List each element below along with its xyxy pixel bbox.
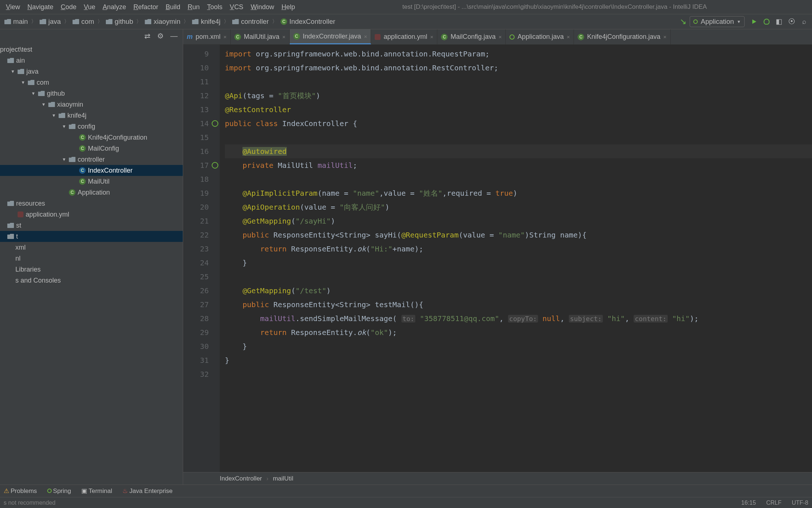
file-encoding[interactable]: UTF-8 xyxy=(792,500,808,506)
expand-icon[interactable]: ▼ xyxy=(62,157,67,162)
breadcrumb-controller[interactable]: controller xyxy=(230,17,271,26)
project-tree[interactable]: project\testain▼java▼com▼github▼xiaoymin… xyxy=(0,43,183,485)
tab-MailUtil.java[interactable]: CMailUtil.java× xyxy=(231,29,290,44)
debug-button[interactable] xyxy=(761,16,772,27)
tree-item-MailConfig[interactable]: CMailConfig xyxy=(0,143,183,154)
gutter[interactable]: 9101112131415161718192021222324252627282… xyxy=(183,45,220,472)
menu-run[interactable]: Run xyxy=(184,3,203,11)
gutter-line-27[interactable]: 27 xyxy=(186,298,209,312)
build-button[interactable]: ↘ xyxy=(677,16,689,27)
gutter-line-16[interactable]: 16 xyxy=(186,144,209,158)
run-button[interactable] xyxy=(748,16,760,27)
code-line-11[interactable] xyxy=(225,75,812,89)
profile-button[interactable]: ⦿ xyxy=(786,16,797,27)
tree-item-ain[interactable]: ain xyxy=(0,55,183,66)
code-line-12[interactable]: @Api(tags = "首页模块") xyxy=(225,89,812,103)
breadcrumb-main[interactable]: main xyxy=(2,17,30,26)
tree-item-controller[interactable]: ▼controller xyxy=(0,154,183,165)
code-line-18[interactable] xyxy=(225,172,812,186)
menu-refactor[interactable]: Refactor xyxy=(130,3,162,11)
spring-tool[interactable]: Spring xyxy=(47,487,71,495)
tab-application.yml[interactable]: application.yml× xyxy=(371,29,437,44)
gutter-line-32[interactable]: 32 xyxy=(186,367,209,381)
expand-icon[interactable]: ▼ xyxy=(21,80,26,85)
close-icon[interactable]: × xyxy=(430,34,434,40)
tree-item-Application[interactable]: CApplication xyxy=(0,187,183,198)
code-line-32[interactable] xyxy=(225,367,812,381)
gutter-line-26[interactable]: 26 xyxy=(186,284,209,298)
code-line-23[interactable]: return ResponseEntity.ok("Hi:"+name); xyxy=(225,242,812,256)
java-ee-tool[interactable]: ♨Java Enterprise xyxy=(122,487,173,495)
tree-item-java[interactable]: ▼java xyxy=(0,66,183,77)
line-separator[interactable]: CRLF xyxy=(766,500,782,506)
tab-MailConfig.java[interactable]: CMailConfig.java× xyxy=(437,29,506,44)
tree-item-t[interactable]: t xyxy=(0,231,183,242)
tree-item-resources[interactable]: resources xyxy=(0,198,183,209)
close-icon[interactable]: × xyxy=(364,33,367,40)
gutter-line-18[interactable]: 18 xyxy=(186,172,209,186)
gutter-line-31[interactable]: 31 xyxy=(186,353,209,367)
close-icon[interactable]: × xyxy=(567,34,570,40)
menu-code[interactable]: Code xyxy=(57,3,80,11)
code-line-16[interactable]: @Autowired xyxy=(225,144,812,158)
tab-IndexController.java[interactable]: CIndexController.java× xyxy=(290,29,371,44)
gutter-line-14[interactable]: 14 xyxy=(186,117,209,130)
code-line-28[interactable]: mailUtil.sendSimpleMailMessage( to: "358… xyxy=(225,312,812,325)
tree-item-s and Consoles[interactable]: s and Consoles xyxy=(0,275,183,286)
code-line-13[interactable]: @RestController xyxy=(225,103,812,117)
menu-vue[interactable]: Vue xyxy=(80,3,99,11)
code-line-31[interactable]: } xyxy=(225,353,812,367)
code-line-20[interactable]: @ApiOperation(value = "向客人问好") xyxy=(225,200,812,214)
code-line-22[interactable]: public ResponseEntity<String> sayHi(@Req… xyxy=(225,228,812,242)
expand-icon[interactable]: ▼ xyxy=(10,69,15,74)
tab-Knife4jConfiguration.java[interactable]: CKnife4jConfiguration.java× xyxy=(574,29,671,44)
tree-item-IndexController[interactable]: CIndexController xyxy=(0,165,183,176)
code-area[interactable]: import org.springframework.web.bind.anno… xyxy=(220,45,812,472)
gutter-line-11[interactable]: 11 xyxy=(186,75,209,89)
crumb-class[interactable]: IndexController xyxy=(220,475,262,482)
close-icon[interactable]: × xyxy=(663,34,667,40)
breadcrumb-github[interactable]: github xyxy=(104,17,135,26)
tree-item-st[interactable]: st xyxy=(0,220,183,231)
gutter-line-22[interactable]: 22 xyxy=(186,228,209,242)
caret-position[interactable]: 16:15 xyxy=(741,500,756,506)
gutter-line-28[interactable]: 28 xyxy=(186,312,209,325)
crumb-member[interactable]: mailUtil xyxy=(273,475,293,482)
gutter-line-10[interactable]: 10 xyxy=(186,61,209,75)
code-line-30[interactable]: } xyxy=(225,339,812,353)
expand-icon[interactable]: ▼ xyxy=(62,124,67,129)
problems-tool[interactable]: ⚠Problems xyxy=(4,487,37,495)
coverage-button[interactable]: ◧ xyxy=(773,16,785,27)
run-config-dropdown[interactable]: Application ▼ xyxy=(690,16,745,27)
gutter-line-24[interactable]: 24 xyxy=(186,256,209,270)
gutter-line-13[interactable]: 13 xyxy=(186,103,209,117)
select-opened-icon[interactable]: ⇄ xyxy=(144,32,151,40)
gutter-line-12[interactable]: 12 xyxy=(186,89,209,103)
gutter-line-29[interactable]: 29 xyxy=(186,325,209,339)
code-line-15[interactable] xyxy=(225,130,812,144)
tree-item-config[interactable]: ▼config xyxy=(0,121,183,132)
menu-help[interactable]: Help xyxy=(278,3,299,11)
tree-item-xml[interactable]: xml xyxy=(0,242,183,253)
menu-window[interactable]: Window xyxy=(247,3,278,11)
tab-pom.xml[interactable]: mpom.xml× xyxy=(183,29,231,44)
code-line-29[interactable]: return ResponseEntity.ok("ok"); xyxy=(225,325,812,339)
expand-icon[interactable]: ▼ xyxy=(51,113,56,118)
search-button[interactable]: ⌕ xyxy=(798,16,810,27)
close-icon[interactable]: × xyxy=(223,34,227,40)
gutter-line-15[interactable]: 15 xyxy=(186,130,209,144)
tree-item-nl[interactable]: nl xyxy=(0,253,183,264)
gutter-line-17[interactable]: 17 xyxy=(186,158,209,172)
tree-item-github[interactable]: ▼github xyxy=(0,88,183,99)
menu-view[interactable]: View xyxy=(2,3,24,11)
gutter-line-23[interactable]: 23 xyxy=(186,242,209,256)
menu-analyze[interactable]: Analyze xyxy=(99,3,130,11)
tree-item-Knife4jConfiguration[interactable]: CKnife4jConfiguration xyxy=(0,132,183,143)
tree-item-MailUtil[interactable]: CMailUtil xyxy=(0,176,183,187)
code-line-26[interactable]: @GetMapping("/test") xyxy=(225,284,812,298)
expand-icon[interactable]: ▼ xyxy=(41,102,46,107)
tree-item-com[interactable]: ▼com xyxy=(0,77,183,88)
expand-icon[interactable]: ▼ xyxy=(31,91,36,96)
close-icon[interactable]: × xyxy=(498,34,502,40)
breadcrumb-com[interactable]: com xyxy=(70,17,96,26)
